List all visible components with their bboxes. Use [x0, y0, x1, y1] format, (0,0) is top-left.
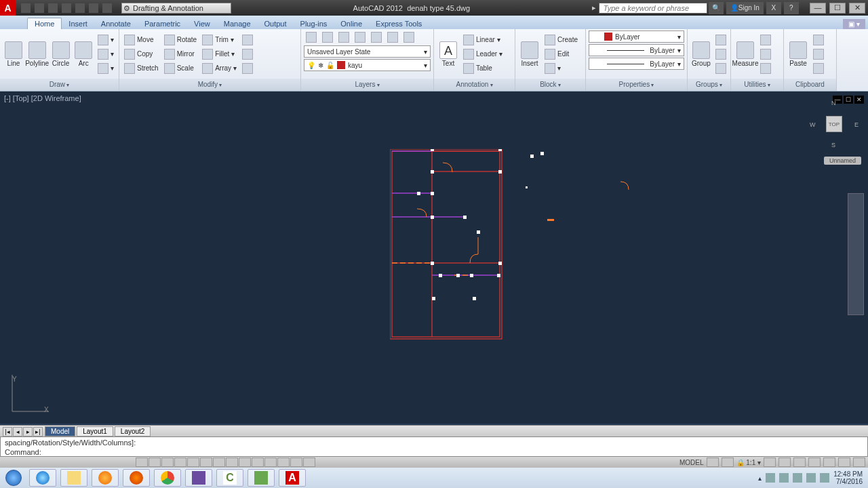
help-icon[interactable]: ?	[784, 2, 799, 14]
viewcube-face[interactable]: TOP	[826, 116, 842, 132]
status-btn-9[interactable]	[853, 458, 865, 467]
draw-flyout-1[interactable]: ▾	[96, 33, 116, 47]
status-btn-8[interactable]	[838, 458, 850, 467]
taskbar-explorer[interactable]	[60, 469, 87, 487]
tab-layout1[interactable]: Layout1	[77, 426, 113, 436]
panel-utilities-title[interactable]: Utilities	[744, 81, 770, 88]
lineweight-dropdown[interactable]: ByLayer▾	[589, 44, 684, 56]
status-btn-6[interactable]	[808, 458, 821, 467]
command-line[interactable]: spacing/Rotation/Style/Width/Columns]: C…	[0, 436, 868, 457]
status-btn-3[interactable]	[764, 458, 776, 467]
layer-tool-3[interactable]	[353, 30, 368, 44]
app-menu-button[interactable]: A	[0, 0, 16, 16]
status-btn-7[interactable]	[823, 458, 835, 467]
tray-icon-2[interactable]	[779, 473, 789, 483]
tpy-toggle[interactable]	[264, 458, 277, 467]
tray-network-icon[interactable]	[806, 473, 816, 483]
search-button[interactable]: 🔍	[709, 2, 724, 14]
signin-button[interactable]: 👤 Sign In	[726, 2, 764, 14]
panel-annotation-title[interactable]: Annotation	[456, 81, 492, 88]
taskbar-camtasia[interactable]: C	[216, 469, 243, 487]
tab-output[interactable]: Output	[258, 18, 294, 29]
layer-tool-5[interactable]	[385, 30, 400, 44]
move-button[interactable]: Move	[122, 33, 161, 47]
tab-home[interactable]: Home	[27, 18, 62, 29]
rotate-button[interactable]: Rotate	[162, 33, 199, 47]
viewcube[interactable]: N S W E TOP	[808, 98, 860, 150]
qat-save-icon[interactable]	[48, 3, 58, 13]
taskbar-app-1[interactable]	[185, 469, 212, 487]
tab-parametric[interactable]: Parametric	[138, 18, 187, 29]
grid-toggle[interactable]	[149, 458, 161, 467]
insert-button[interactable]: Insert	[518, 41, 541, 68]
viewcube-n[interactable]: N	[831, 100, 836, 106]
tab-nav-prev[interactable]: ◂	[13, 427, 22, 436]
panel-modify-title[interactable]: Modify	[198, 81, 222, 88]
navigation-bar[interactable]	[848, 193, 864, 315]
taskbar-ie[interactable]	[29, 469, 56, 487]
viewcube-w[interactable]: W	[810, 121, 816, 128]
layer-tool-6[interactable]	[401, 30, 416, 44]
tab-express[interactable]: Express Tools	[369, 18, 429, 29]
status-scale[interactable]: 🔒 1:1 ▾	[736, 459, 761, 466]
qat-open-icon[interactable]	[35, 3, 44, 13]
taskbar-wmp[interactable]	[92, 469, 119, 487]
tray-volume-icon[interactable]	[820, 473, 829, 483]
status-btn-5[interactable]	[793, 458, 806, 467]
tray-clock[interactable]: 12:48 PM7/4/2016	[833, 470, 863, 485]
minimize-button[interactable]: —	[810, 3, 826, 14]
leader-button[interactable]: Leader ▾	[461, 47, 505, 61]
circle-button[interactable]: Circle	[50, 41, 72, 68]
group-tool-3[interactable]	[713, 62, 728, 75]
panel-groups-title[interactable]: Groups	[696, 81, 722, 88]
viewcube-e[interactable]: E	[854, 121, 859, 128]
qp-toggle[interactable]	[277, 458, 290, 467]
text-button[interactable]: AText	[437, 41, 460, 68]
qat-redo-icon[interactable]	[102, 3, 112, 13]
panel-properties-title[interactable]: Properties	[619, 81, 654, 88]
layer-state-dropdown[interactable]: Unsaved Layer State▾	[304, 45, 431, 58]
measure-button[interactable]: Measure	[734, 41, 757, 68]
tab-view[interactable]: View	[187, 18, 217, 29]
scale-button[interactable]: Scale	[162, 62, 199, 75]
array-button[interactable]: Array ▾	[200, 62, 239, 75]
block-extra[interactable]: ▾	[542, 62, 580, 75]
linear-button[interactable]: Linear ▾	[461, 33, 505, 47]
util-tool-1[interactable]	[758, 33, 773, 47]
polyline-button[interactable]: Polyline	[26, 41, 49, 68]
qat-saveas-icon[interactable]	[62, 3, 71, 13]
util-tool-3[interactable]	[758, 62, 773, 75]
maximize-button[interactable]: ☐	[829, 3, 846, 14]
stretch-button[interactable]: Stretch	[122, 62, 161, 75]
clip-tool-3[interactable]	[811, 62, 826, 75]
tab-nav-first[interactable]: |◂	[3, 427, 12, 436]
otrack-toggle[interactable]	[213, 458, 225, 467]
taskbar-autocad[interactable]: A	[279, 469, 306, 487]
group-tool-2[interactable]	[713, 47, 728, 61]
panel-draw-title[interactable]: Draw	[50, 81, 70, 88]
lwt-toggle[interactable]	[252, 458, 264, 467]
viewport-label[interactable]: [-] [Top] [2D Wireframe]	[4, 94, 81, 102]
status-btn-2[interactable]	[722, 458, 734, 467]
dyn-toggle[interactable]	[239, 458, 251, 467]
create-block-button[interactable]: Create	[542, 33, 580, 47]
tab-annotate[interactable]: Annotate	[94, 18, 138, 29]
snap-toggle[interactable]	[136, 458, 148, 467]
table-button[interactable]: Table	[461, 62, 505, 75]
trim-button[interactable]: Trim ▾	[200, 33, 239, 47]
viewcube-ucs-label[interactable]: Unnamed	[824, 157, 861, 165]
group-button[interactable]: Group	[690, 41, 712, 68]
viewcube-s[interactable]: S	[831, 142, 835, 148]
modify-extra-1[interactable]	[240, 33, 255, 47]
panel-layers-title[interactable]: Layers	[355, 81, 379, 88]
panel-clipboard-title[interactable]: Clipboard	[795, 81, 825, 88]
clip-tool-1[interactable]	[811, 33, 826, 47]
sc-toggle[interactable]	[290, 458, 302, 467]
am-toggle[interactable]	[303, 458, 315, 467]
taskbar-chrome[interactable]	[154, 469, 181, 487]
3dosnap-toggle[interactable]	[200, 458, 212, 467]
layer-properties-button[interactable]	[304, 30, 319, 44]
start-button[interactable]	[0, 468, 27, 488]
ribbon-expand-icon[interactable]: ▣ ▾	[843, 19, 865, 29]
modify-extra-2[interactable]	[240, 47, 255, 61]
